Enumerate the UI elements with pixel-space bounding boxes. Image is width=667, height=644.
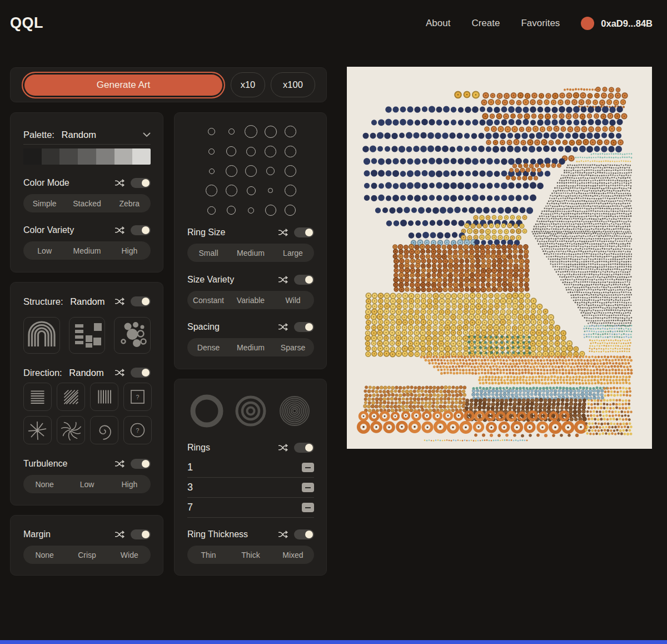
wallet-avatar (581, 17, 594, 30)
ring-count-row-3: 7 (187, 498, 314, 518)
direction-random-circle-button[interactable]: ? (123, 416, 152, 444)
direction-diagonal-button[interactable] (57, 383, 85, 411)
color-mode-stacked[interactable]: Stacked (66, 199, 108, 208)
qql-logo[interactable]: QQL (10, 14, 43, 32)
size-variety-row: Size Variety (187, 274, 314, 286)
generate-art-button[interactable]: Generate Art (22, 72, 225, 98)
color-variety-low[interactable]: Low (23, 246, 66, 255)
shuffle-icon[interactable] (115, 531, 125, 538)
remove-ring-button[interactable] (302, 483, 314, 492)
shuffle-icon[interactable] (115, 460, 125, 468)
spacing-medium[interactable]: Medium (230, 343, 272, 352)
direction-row: Direction: Random (23, 366, 151, 379)
ring-size-row: Ring Size (187, 226, 314, 239)
spacing-label: Spacing (187, 322, 220, 332)
top-nav: About Create Favorites 0xaD9...84B (426, 17, 653, 30)
shuffle-icon[interactable] (278, 276, 288, 284)
artwork-canvas (347, 67, 652, 449)
ring-size-label: Ring Size (187, 227, 225, 237)
turbulence-toggle[interactable] (131, 459, 151, 469)
nav-create[interactable]: Create (471, 18, 500, 29)
shuffle-icon[interactable] (278, 444, 288, 452)
rings-toggle[interactable] (294, 443, 314, 453)
qql-app: QQL About Create Favorites 0xaD9...84B G… (0, 0, 667, 644)
horizontal-lines-icon (24, 383, 51, 411)
spacing-dense[interactable]: Dense (187, 343, 230, 352)
direction-spiral-button[interactable] (90, 416, 118, 444)
color-variety-label: Color Variety (23, 225, 74, 235)
nav-about[interactable]: About (426, 18, 450, 29)
wallet-button[interactable]: 0xaD9...84B (581, 17, 653, 30)
margin-crisp[interactable]: Crisp (66, 551, 108, 559)
ring-thickness-mixed[interactable]: Mixed (272, 551, 314, 559)
palette-swatch (59, 148, 78, 165)
structure-arch-button[interactable] (23, 317, 60, 354)
structure-toggle[interactable] (131, 296, 151, 306)
spacing-toggle[interactable] (294, 322, 314, 332)
shuffle-icon[interactable] (115, 179, 125, 187)
minus-icon (305, 487, 311, 488)
generate-x100-button[interactable]: x100 (271, 72, 315, 97)
palette-swatch (132, 148, 151, 165)
turbulence-low[interactable]: Low (66, 480, 108, 489)
remove-ring-button[interactable] (302, 463, 314, 472)
turbulence-segmented: None Low High (23, 475, 151, 493)
ring-count-row-2: 3 (187, 478, 314, 498)
svg-text:?: ? (136, 394, 140, 400)
size-variety-constant[interactable]: Constant (187, 296, 230, 305)
shuffle-icon[interactable] (115, 369, 125, 377)
spacing-row: Spacing (187, 321, 314, 333)
turbulence-high[interactable]: High (108, 480, 151, 489)
direction-toggle[interactable] (131, 368, 151, 378)
color-variety-toggle[interactable] (131, 225, 151, 235)
margin-none[interactable]: None (23, 551, 66, 559)
ring-thickness-segmented: Thin Thick Mixed (187, 546, 314, 564)
ring-size-large[interactable]: Large (272, 249, 314, 257)
shuffle-icon[interactable] (115, 298, 125, 305)
direction-vertical-button[interactable] (90, 383, 118, 411)
direction-burst-button[interactable] (23, 416, 52, 444)
structure-orbit-button[interactable] (114, 317, 151, 354)
size-variety-variable[interactable]: Variable (230, 296, 272, 305)
ring-count-value: 1 (187, 462, 193, 473)
ring-count-value: 7 (187, 502, 193, 513)
size-variety-toggle[interactable] (294, 275, 314, 285)
direction-swirl-button[interactable] (57, 416, 85, 444)
direction-horizontal-button[interactable] (23, 383, 52, 411)
ring-thickness-thick[interactable]: Thick (230, 551, 272, 559)
shuffle-icon[interactable] (278, 323, 288, 331)
structure-blocks-button[interactable] (69, 317, 106, 354)
color-variety-high[interactable]: High (108, 246, 151, 255)
margin-toggle[interactable] (131, 529, 151, 539)
palette-swatches (23, 148, 151, 165)
direction-random-square-button[interactable]: ? (123, 383, 152, 411)
margin-wide[interactable]: Wide (108, 551, 151, 559)
palette-label: Palette: (23, 130, 54, 140)
palette-dropdown[interactable]: Palette: Random (23, 125, 151, 145)
generate-x10-button[interactable]: x10 (231, 72, 265, 97)
ring-count-value: 3 (187, 482, 193, 493)
ring-size-medium[interactable]: Medium (230, 249, 272, 257)
color-mode-toggle[interactable] (131, 178, 151, 188)
nav-favorites[interactable]: Favorites (521, 18, 560, 29)
turbulence-none[interactable]: None (23, 480, 66, 489)
palette-swatch (42, 148, 60, 165)
palette-swatch (115, 148, 133, 165)
shuffle-icon[interactable] (115, 226, 125, 234)
ring-size-toggle[interactable] (294, 227, 314, 237)
size-variety-wild[interactable]: Wild (272, 296, 314, 305)
spacing-sparse[interactable]: Sparse (272, 343, 314, 352)
palette-value: Random (62, 130, 96, 140)
generated-artwork[interactable] (347, 67, 652, 449)
color-variety-medium[interactable]: Medium (66, 246, 108, 255)
ring-thickness-thin[interactable]: Thin (187, 551, 230, 559)
color-mode-simple[interactable]: Simple (23, 199, 66, 208)
shuffle-icon[interactable] (278, 229, 288, 236)
ring-size-small[interactable]: Small (187, 249, 230, 257)
ring-thickness-row: Ring Thickness (187, 528, 314, 541)
color-mode-zebra[interactable]: Zebra (108, 199, 151, 208)
shuffle-icon[interactable] (278, 531, 288, 538)
margin-segmented: None Crisp Wide (23, 546, 151, 564)
ring-thickness-toggle[interactable] (294, 529, 314, 539)
remove-ring-button[interactable] (302, 503, 314, 512)
